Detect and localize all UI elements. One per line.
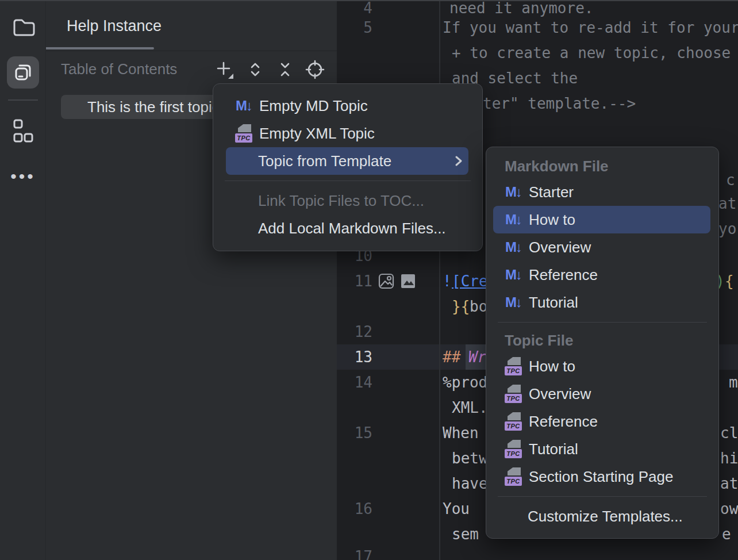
menu-item-topic-from-template[interactable]: Topic from Template: [226, 147, 468, 175]
menu-separator: [225, 181, 471, 181]
submenu-item-label: Overview: [529, 385, 591, 403]
markdown-file-icon: M↓: [505, 239, 522, 255]
submenu-item-how-to[interactable]: TPCHow to: [493, 352, 710, 380]
code-segment: hi: [720, 446, 738, 471]
topic-file-icon: TPC: [505, 467, 522, 486]
line-number-15: 15: [337, 420, 372, 446]
code-segment: {: [725, 269, 734, 294]
submenu-section-header-topic-file: Topic File: [486, 328, 718, 352]
code-segment: sem: [452, 521, 479, 547]
topic-icon-page: [508, 412, 521, 420]
code-segment: betw: [452, 446, 488, 471]
menu-item-label: Empty XML Topic: [259, 125, 464, 143]
menu-item-link-topic-files-to-toc[interactable]: Link Topic Files to TOC...: [226, 187, 468, 214]
code-segment: ##: [443, 344, 460, 370]
code-segment: !: [443, 269, 452, 294]
code-segment: %prod: [443, 370, 487, 395]
menu-item-empty-xml-topic[interactable]: TPCEmpty XML Topic: [226, 120, 468, 147]
menu-item-label: Add Local Markdown Files...: [258, 220, 464, 237]
ide-window: 4need it anymore.5If you want to re-add …: [0, 0, 738, 560]
submenu-item-customize-templates[interactable]: Customize Templates...: [493, 503, 710, 530]
menu-item-label: Link Topic Files to TOC...: [258, 192, 464, 210]
topic-icon-page: [508, 467, 521, 475]
topic-icon-badge: TPC: [505, 477, 522, 486]
submenu-item-label: Section Starting Page: [529, 468, 674, 486]
submenu-item-label: Overview: [529, 239, 591, 256]
line-number-16: 16: [337, 496, 372, 521]
line-number-17: 17: [337, 544, 372, 560]
code-segment: e: [722, 521, 731, 547]
topic-icon-badge: TPC: [235, 133, 252, 143]
submenu-item-reference[interactable]: TPCReference: [493, 408, 710, 435]
markdown-file-icon: M↓: [505, 212, 522, 228]
markdown-file-icon: M↓: [505, 294, 522, 310]
topic-icon-page: [238, 124, 251, 132]
submenu-item-overview[interactable]: TPCOverview: [493, 380, 710, 408]
code-segment: When: [443, 420, 479, 446]
template-submenu: Markdown FileM↓StarterM↓How toM↓Overview…: [486, 147, 719, 539]
code-segment: Wr: [468, 344, 486, 370]
code-segment: cl: [720, 420, 738, 446]
submenu-separator: [498, 322, 707, 323]
submenu-item-starter[interactable]: M↓Starter: [493, 178, 710, 206]
submenu-item-reference[interactable]: M↓Reference: [493, 261, 710, 289]
submenu-item-label: How to: [529, 211, 575, 229]
code-segment: at: [718, 191, 736, 216]
code-segment: yo: [718, 216, 736, 241]
code-segment: If you want to re-add it for your: [443, 15, 738, 40]
submenu-item-tutorial[interactable]: TPCTutorial: [493, 435, 710, 463]
submenu-arrow-icon: [453, 154, 464, 168]
topic-file-icon: TPC: [505, 440, 522, 458]
code-segment: at: [720, 471, 738, 496]
topic-file-icon: TPC: [505, 385, 522, 403]
submenu-section-header-markdown-file: Markdown File: [486, 154, 718, 178]
line-number-11: 11: [337, 269, 372, 294]
topic-file-icon: TPC: [505, 412, 522, 431]
submenu-item-label: Tutorial: [529, 294, 578, 312]
code-segment: bo: [470, 294, 487, 319]
topic-icon-page: [508, 385, 521, 393]
submenu-item-label: Starter: [529, 183, 574, 201]
topic-icon-page: [508, 440, 521, 448]
topic-icon-badge: TPC: [505, 449, 522, 458]
submenu-item-overview[interactable]: M↓Overview: [493, 233, 710, 261]
code-segment: You: [443, 496, 470, 521]
image-gutter-icons[interactable]: [378, 269, 422, 294]
submenu-separator: [498, 496, 707, 497]
submenu-item-section-starting-page[interactable]: TPCSection Starting Page: [493, 463, 710, 490]
topic-icon-badge: TPC: [505, 366, 522, 375]
submenu-item-label: Reference: [529, 413, 598, 431]
code-segment: + to create a new topic, choose t: [452, 40, 738, 66]
markdown-file-icon: M↓: [505, 267, 522, 283]
menu-item-add-local-markdown-files[interactable]: Add Local Markdown Files...: [226, 214, 468, 242]
code-segment: c: [726, 167, 735, 193]
code-segment: m: [729, 370, 738, 395]
code-segment: }{: [452, 294, 470, 319]
menu-item-label: Empty MD Topic: [259, 97, 464, 115]
line-number-14: 14: [337, 370, 372, 395]
topic-icon-page: [508, 357, 521, 365]
line-number-12: 12: [337, 319, 372, 344]
submenu-item-label: Customize Templates...: [528, 508, 683, 526]
menu-item-empty-md-topic[interactable]: M↓Empty MD Topic: [226, 92, 468, 120]
topic-icon-badge: TPC: [505, 394, 522, 403]
markdown-file-icon: M↓: [235, 98, 252, 114]
submenu-item-tutorial[interactable]: M↓Tutorial: [493, 289, 710, 316]
topic-file-icon: TPC: [505, 357, 522, 375]
context-menu: M↓Empty MD TopicTPCEmpty XML TopicTopic …: [213, 83, 483, 251]
topic-file-icon: TPC: [235, 124, 252, 143]
code-segment: ow: [720, 496, 738, 521]
code-segment: [Cre: [452, 269, 488, 294]
topic-icon-badge: TPC: [505, 421, 522, 431]
code-segment: XML.: [452, 395, 488, 420]
submenu-item-how-to[interactable]: M↓How to: [493, 206, 710, 233]
code-segment: have: [452, 471, 488, 496]
submenu-item-label: Tutorial: [529, 440, 578, 458]
line-number-13: 13: [337, 344, 372, 370]
submenu-item-label: Reference: [529, 266, 598, 284]
line-number-5: 5: [337, 15, 372, 40]
menu-item-label: Topic from Template: [258, 152, 453, 170]
code-segment: ter" template.-->: [483, 91, 636, 116]
submenu-item-label: How to: [529, 358, 575, 375]
markdown-file-icon: M↓: [505, 184, 522, 200]
